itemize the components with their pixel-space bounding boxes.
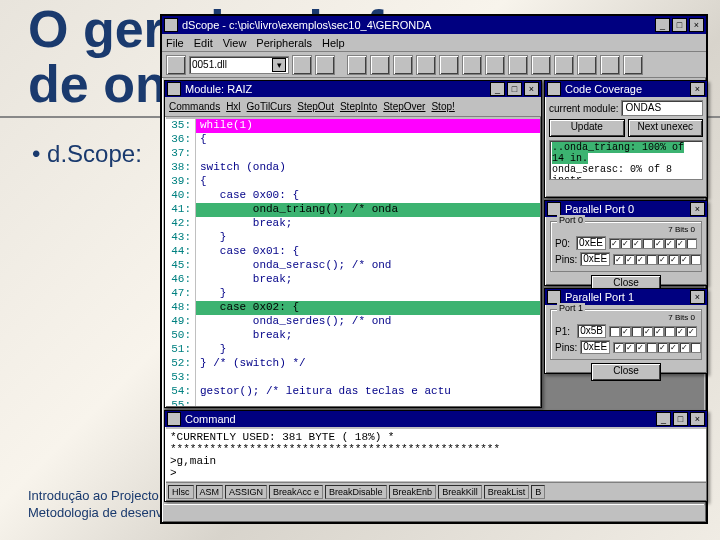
coverage-next-button[interactable]: Next unexec bbox=[628, 119, 704, 137]
bit-checkbox[interactable]: ✓ bbox=[657, 342, 668, 353]
coverage-update-button[interactable]: Update bbox=[549, 119, 625, 137]
bit-checkbox[interactable]: ✓ bbox=[675, 238, 686, 249]
module-icon[interactable] bbox=[347, 55, 367, 75]
open-icon[interactable] bbox=[166, 55, 186, 75]
code-line[interactable]: 41: onda_triang(); /* onda bbox=[166, 203, 540, 217]
pp1-close-button[interactable]: × bbox=[690, 290, 705, 304]
code-line[interactable]: 50: break; bbox=[166, 329, 540, 343]
code-line[interactable]: 48: case 0x02: { bbox=[166, 301, 540, 315]
code-line[interactable]: 52:} /* (switch) */ bbox=[166, 357, 540, 371]
tool10-icon[interactable] bbox=[554, 55, 574, 75]
code-line[interactable]: 43: } bbox=[166, 231, 540, 245]
command-min-button[interactable]: _ bbox=[656, 412, 671, 426]
perf-icon[interactable] bbox=[462, 55, 482, 75]
bit-checkbox[interactable]: ✓ bbox=[631, 238, 642, 249]
status-cell[interactable]: ASSIGN bbox=[225, 485, 267, 499]
app-titlebar[interactable]: dScope - c:\pic\livro\exemplos\sec10_4\G… bbox=[162, 16, 706, 34]
code-line[interactable]: 51: } bbox=[166, 343, 540, 357]
bit-checkbox[interactable]: ✓ bbox=[620, 326, 631, 337]
code-titlebar[interactable]: Module: RAIZ _ □ × bbox=[165, 81, 541, 97]
status-cell[interactable]: BreakKill bbox=[438, 485, 482, 499]
sym-icon[interactable] bbox=[508, 55, 528, 75]
stepinto-link[interactable]: StepInto bbox=[340, 101, 377, 112]
bit-checkbox[interactable] bbox=[646, 254, 657, 265]
code-body[interactable]: 35:while(1)36:{37:38:switch (onda)39:{40… bbox=[166, 119, 540, 406]
code-line[interactable]: 36:{ bbox=[166, 133, 540, 147]
bit-checkbox[interactable] bbox=[690, 342, 701, 353]
code-line[interactable]: 45: onda_serasc(); /* ond bbox=[166, 259, 540, 273]
minimize-button[interactable]: _ bbox=[655, 18, 670, 32]
bit-checkbox[interactable]: ✓ bbox=[686, 326, 697, 337]
bit-checkbox[interactable]: ✓ bbox=[664, 238, 675, 249]
bit-checkbox[interactable]: ✓ bbox=[653, 238, 664, 249]
pp1-close-btn[interactable]: Close bbox=[591, 363, 661, 381]
hxl-link[interactable]: Hxl bbox=[226, 101, 240, 112]
reg-icon[interactable] bbox=[416, 55, 436, 75]
code-max-button[interactable]: □ bbox=[507, 82, 522, 96]
bit-checkbox[interactable] bbox=[631, 326, 642, 337]
code-line[interactable]: 53: bbox=[166, 371, 540, 385]
stepover-link[interactable]: StepOver bbox=[383, 101, 425, 112]
menu-view[interactable]: View bbox=[223, 37, 247, 49]
bit-checkbox[interactable] bbox=[686, 238, 697, 249]
pp-hex-field[interactable]: 0xEE bbox=[580, 252, 610, 266]
tool13-icon[interactable] bbox=[623, 55, 643, 75]
cmds-link[interactable]: Commands bbox=[169, 101, 220, 112]
command-max-button[interactable]: □ bbox=[673, 412, 688, 426]
code-line[interactable]: 35:while(1) bbox=[166, 119, 540, 133]
chevron-down-icon[interactable]: ▾ bbox=[272, 58, 286, 72]
coverage-close-button[interactable]: × bbox=[690, 82, 705, 96]
bit-checkbox[interactable]: ✓ bbox=[657, 254, 668, 265]
bit-checkbox[interactable]: ✓ bbox=[613, 342, 624, 353]
stepout-link[interactable]: StepOut bbox=[297, 101, 334, 112]
menu-peripherals[interactable]: Peripherals bbox=[256, 37, 312, 49]
status-cell[interactable]: BreakEnb bbox=[389, 485, 437, 499]
mem-icon[interactable] bbox=[393, 55, 413, 75]
code-close-button[interactable]: × bbox=[524, 82, 539, 96]
code-line[interactable]: 49: onda_serdes(); /* ond bbox=[166, 315, 540, 329]
bit-checkbox[interactable]: ✓ bbox=[624, 254, 635, 265]
stop-link[interactable]: Stop! bbox=[431, 101, 454, 112]
tool11-icon[interactable] bbox=[577, 55, 597, 75]
status-cell[interactable]: BreakAcc e bbox=[269, 485, 323, 499]
code-line[interactable]: 38:switch (onda) bbox=[166, 161, 540, 175]
status-cell[interactable]: B bbox=[531, 485, 545, 499]
code-line[interactable]: 46: break; bbox=[166, 273, 540, 287]
coverage-module-field[interactable]: ONDAS bbox=[621, 100, 703, 116]
bit-checkbox[interactable]: ✓ bbox=[609, 238, 620, 249]
tool12-icon[interactable] bbox=[600, 55, 620, 75]
status-cell[interactable]: BreakList bbox=[484, 485, 530, 499]
bit-checkbox[interactable]: ✓ bbox=[668, 342, 679, 353]
command-body[interactable]: *CURRENTLY USED: 381 BYTE ( 18%) *******… bbox=[166, 429, 706, 481]
bit-checkbox[interactable]: ✓ bbox=[635, 254, 646, 265]
bit-checkbox[interactable]: ✓ bbox=[620, 238, 631, 249]
command-close-button[interactable]: × bbox=[690, 412, 705, 426]
bit-checkbox[interactable] bbox=[642, 238, 653, 249]
pp-hex-field[interactable]: 0x5B bbox=[577, 324, 606, 338]
status-cell[interactable]: ASM bbox=[196, 485, 224, 499]
coverage-titlebar[interactable]: Code Coverage × bbox=[545, 81, 707, 97]
bit-checkbox[interactable] bbox=[646, 342, 657, 353]
menu-help[interactable]: Help bbox=[322, 37, 345, 49]
bit-checkbox[interactable] bbox=[690, 254, 701, 265]
bit-checkbox[interactable]: ✓ bbox=[679, 254, 690, 265]
coverage-list[interactable]: ..onda_triang: 100% of 14 in. onda_seras… bbox=[549, 140, 703, 180]
status-cell[interactable]: BreakDisable bbox=[325, 485, 387, 499]
bit-checkbox[interactable]: ✓ bbox=[642, 326, 653, 337]
pp-hex-field[interactable]: 0xEE bbox=[580, 340, 610, 354]
bit-checkbox[interactable]: ✓ bbox=[624, 342, 635, 353]
pp-hex-field[interactable]: 0xEE bbox=[576, 236, 606, 250]
code-line[interactable]: 47: } bbox=[166, 287, 540, 301]
code-line[interactable]: 39:{ bbox=[166, 175, 540, 189]
help-icon[interactable] bbox=[315, 55, 335, 75]
code-line[interactable]: 54:gestor(); /* leitura das teclas e act… bbox=[166, 385, 540, 399]
menu-file[interactable]: File bbox=[166, 37, 184, 49]
command-titlebar[interactable]: Command _ □ × bbox=[165, 411, 707, 427]
maximize-button[interactable]: □ bbox=[672, 18, 687, 32]
bit-checkbox[interactable]: ✓ bbox=[613, 254, 624, 265]
code-line[interactable]: 37: bbox=[166, 147, 540, 161]
code-line[interactable]: 42: break; bbox=[166, 217, 540, 231]
cov-icon[interactable] bbox=[485, 55, 505, 75]
watch-icon[interactable] bbox=[370, 55, 390, 75]
reset-icon[interactable] bbox=[292, 55, 312, 75]
